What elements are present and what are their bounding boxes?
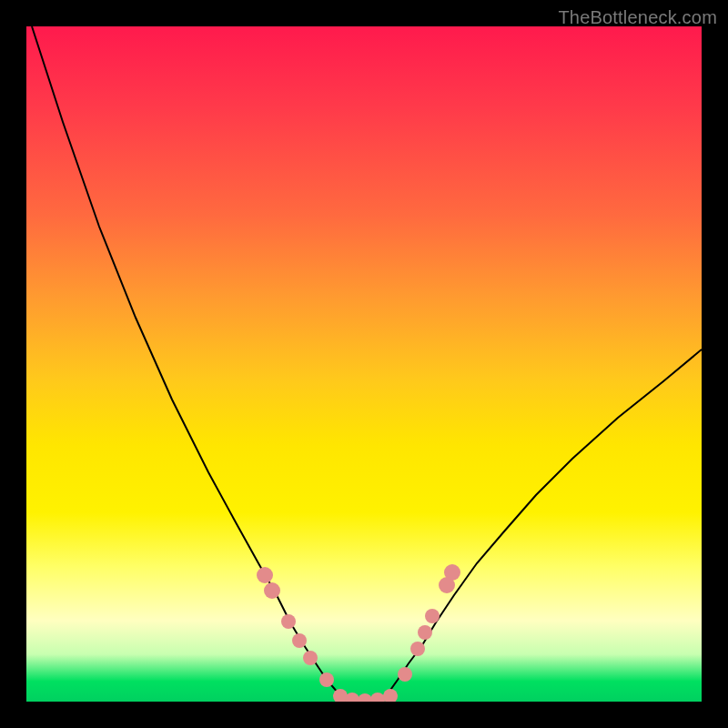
marker-left: [281, 614, 296, 629]
marker-right: [418, 625, 432, 640]
marker-right: [410, 642, 425, 656]
curve-group: [32, 26, 702, 701]
watermark-text: TheBottleneck.com: [558, 7, 717, 28]
plot-area: [26, 26, 702, 702]
marker-floor: [358, 693, 372, 702]
marker-right: [425, 609, 440, 623]
curve-left-curve: [32, 26, 349, 700]
marker-left: [292, 633, 307, 648]
curve-right-curve: [381, 349, 702, 700]
marker-left: [257, 567, 273, 583]
marker-right: [398, 667, 412, 682]
marker-floor: [383, 689, 398, 702]
outer-frame: TheBottleneck.com: [0, 0, 728, 728]
marker-left: [303, 651, 318, 665]
marker-left: [319, 672, 334, 687]
marker-group: [257, 564, 460, 702]
chart-svg: [26, 26, 702, 702]
marker-right: [439, 577, 455, 593]
marker-floor: [370, 693, 385, 702]
marker-left: [264, 582, 280, 599]
